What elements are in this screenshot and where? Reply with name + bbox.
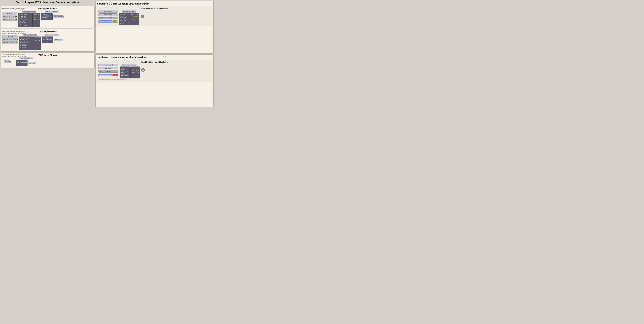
wea-node-summer: _epw_file hoys_ WEA wea timestep_ 1.8.0 (41, 13, 52, 20)
sim1-toggle-label[interactable]: LB FalseStartToggle (98, 20, 112, 23)
sim1-inner: Run Direct Sun Hours Simulation HB Model… (97, 6, 212, 26)
sim2-inner-title: Run Direct Sun Hours Simulation (98, 61, 210, 63)
wea-output-allyear: WEA Year (28, 62, 36, 64)
lb-period-winter[interactable]: LB Analysis Period (23, 34, 37, 36)
left-panel: Setp 4: Prepare WEA objects for Summer a… (1, 1, 94, 107)
lb-period-summer[interactable]: LB Analysis Period (22, 10, 36, 13)
epw-file-winter[interactable]: epw_file (2, 35, 18, 38)
sim2-hb-direct-inputs: _model _wea _timestep_ north_ grid_filte… (120, 66, 131, 78)
summer-note: wea object needed for annual daylight,an… (2, 7, 26, 11)
sim1-hb-model[interactable]: HB Model grid (98, 10, 118, 13)
hb-wea-allyear-label: HB Wea From EPW (19, 57, 33, 59)
sim2-toggle-label[interactable]: LB FalseStartToggle (98, 74, 112, 76)
sim1-hb-direct-label: HB Direct Sun Hours (122, 10, 136, 13)
wea-output-winter: WEA Winter (54, 39, 63, 41)
wea-output-summer: WEA Summer (53, 15, 64, 18)
sim2-title: Simulation 2: Direct Sun Hours Simulatio… (97, 56, 212, 58)
sim1-toggle-value[interactable]: True (113, 20, 118, 23)
wea-node-allyear: _epw_file hoys_ WEA wea timestep_ 1.8.0 (16, 60, 28, 66)
sim1-wea-input[interactable]: WEA Summer (98, 13, 118, 16)
right-panel: Simulation 1: Direct Sun Hours Simulatio… (96, 1, 214, 107)
sim2-factor: Factor ↑Y Unit vector (98, 70, 118, 73)
sim1-box: Simulation 1: Direct Sun Hours Simulatio… (96, 1, 214, 54)
sim2-hb-direct-label: HB Direct Sun Hours (122, 64, 137, 66)
sim1-inner-title: Run Direct Sun Hours Simulation (98, 7, 210, 9)
hb-wea-winter-label: HB Wea From EPW (46, 34, 59, 36)
sim2-number-output: 0.1 (141, 68, 145, 72)
slider2-winter[interactable]: Number Slider ◇ 2 (2, 41, 18, 44)
ap-inputs-summer: _start_month_ _start_day_ _start_hour_ _… (18, 13, 32, 27)
sim1-number-output: 0.1 (140, 15, 144, 18)
sim2-note: * do not interupt while it runs, it will… (98, 79, 210, 80)
slider1-summer[interactable]: Number Slider ◇ 5 (2, 15, 17, 17)
ap-outputs-winter: period hoys dates (34, 36, 41, 50)
sim1-hb-direct-inputs: _model _wea _timestep_ north_ grid_filte… (119, 13, 130, 25)
slider2-summer[interactable]: Number Slider 8 ◇ (2, 18, 17, 20)
left-title: Setp 4: Prepare WEA objects for Summer a… (1, 1, 94, 4)
allyear-note: wea object needed for annual daylight,an… (2, 54, 26, 57)
winter-note: wea object needed for annual daylight,an… (2, 31, 26, 34)
summer-section: wea object needed for annual daylight,an… (1, 6, 94, 28)
sim2-box: Simulation 2: Direct Sun Hours Simulatio… (96, 54, 214, 107)
sim1-title: Simulation 1: Direct Sun Hours Simulatio… (97, 2, 212, 5)
epw-file-allyear[interactable]: epw_file (4, 60, 10, 63)
sim2-toggle-value[interactable]: False (113, 74, 118, 76)
winter-section: wea object needed for annual daylight,an… (1, 29, 94, 52)
hb-wea-summer-label: HB Wea From EPW (45, 10, 59, 13)
allyear-section: wea object needed for annual daylight,an… (1, 52, 94, 68)
wea-node-winter: _epw_file hoys_ WEA wea timestep_ 1.8.0 (42, 36, 53, 43)
ap-inputs-winter: _start_month_ _start_day_ _start_hour_ _… (19, 36, 34, 50)
sim1-factor: Factor ↑Y Unit vector (98, 16, 118, 19)
sim2-inner: Run Direct Sun Hours Simulation HB Model… (97, 60, 212, 82)
sim2-hb-model[interactable]: HB Model grid (98, 64, 118, 66)
ap-outputs-summer: period hoys dates (32, 13, 40, 27)
epw-file-summer[interactable]: epw_file (2, 12, 17, 14)
sim2-wea-input[interactable]: WEA Winter (98, 67, 118, 69)
slider1-winter[interactable]: Number Slider 10 ◇ (2, 38, 18, 41)
